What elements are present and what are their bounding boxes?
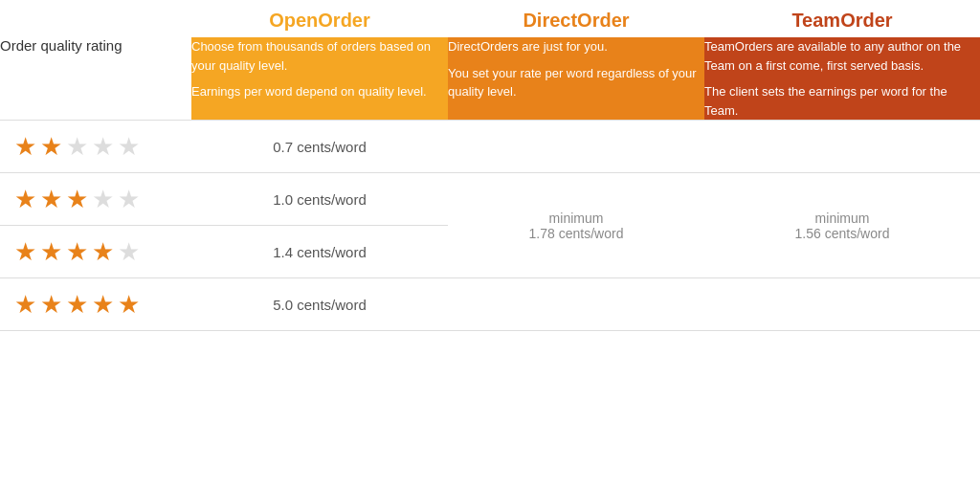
team-order-title: TeamOrder <box>791 10 892 31</box>
team-rate-5stars <box>704 278 980 331</box>
team-order-header: TeamOrder <box>704 0 980 37</box>
open-rate-2stars: 0.7 cents/word <box>191 121 448 173</box>
star-filled-4: ★ <box>92 239 114 264</box>
star-empty-4: ★ <box>92 134 114 159</box>
team-minimum-value: 1.56 cents/word <box>714 226 970 241</box>
open-order-title: OpenOrder <box>269 10 370 31</box>
description-row: Order quality rating Choose from thousan… <box>0 37 980 121</box>
star-filled-1: ★ <box>14 134 36 159</box>
star-empty-3: ★ <box>66 134 88 159</box>
stars-3: ★ ★ ★ ★ ★ <box>0 173 191 226</box>
direct-minimum-value: 1.78 cents/word <box>457 226 695 241</box>
star-filled-1: ★ <box>14 239 36 264</box>
open-desc-line-1: Choose from thousands of orders based on… <box>191 37 448 75</box>
star-filled-3: ★ <box>66 239 88 264</box>
star-filled-3: ★ <box>66 187 88 211</box>
open-rate-5stars: 5.0 cents/word <box>191 278 448 331</box>
rating-row-2stars: ★ ★ ★ ★ ★ 0.7 cents/word <box>0 121 980 173</box>
direct-description: DirectOrders are just for you. You set y… <box>448 37 704 121</box>
open-desc-line-2: Earnings per word depend on quality leve… <box>191 82 448 101</box>
star-filled-5: ★ <box>118 292 140 317</box>
star-filled-1: ★ <box>14 187 36 211</box>
star-filled-2: ★ <box>40 187 62 211</box>
star-filled-2: ★ <box>40 239 62 264</box>
stars-2: ★ ★ ★ ★ ★ <box>0 121 191 173</box>
header-title-row: OpenOrder DirectOrder TeamOrder <box>0 0 980 37</box>
team-minimum-label: minimum <box>714 211 970 226</box>
label-header <box>0 0 191 37</box>
team-rate-2stars <box>704 121 980 173</box>
quality-rating-label: Order quality rating <box>0 37 191 121</box>
star-filled-2: ★ <box>40 134 62 159</box>
open-order-header: OpenOrder <box>191 0 448 37</box>
direct-rate-2stars <box>448 121 704 173</box>
team-description: TeamOrders are available to any author o… <box>704 37 980 121</box>
star-filled-4: ★ <box>92 292 114 317</box>
direct-desc-line-1: DirectOrders are just for you. <box>448 37 704 56</box>
direct-rate-5stars <box>448 278 704 331</box>
star-empty-5: ★ <box>118 239 140 264</box>
rating-row-5stars: ★ ★ ★ ★ ★ 5.0 cents/word <box>0 278 980 331</box>
open-description: Choose from thousands of orders based on… <box>191 37 448 121</box>
star-empty-5: ★ <box>118 187 140 211</box>
star-filled-1: ★ <box>14 292 36 317</box>
team-desc-line-1: TeamOrders are available to any author o… <box>704 37 980 75</box>
rating-row-3stars: ★ ★ ★ ★ ★ 1.0 cents/word minimum 1.78 ce… <box>0 173 980 226</box>
open-rate-3stars: 1.0 cents/word <box>191 173 448 226</box>
star-empty-5: ★ <box>118 134 140 159</box>
stars-5: ★ ★ ★ ★ ★ <box>0 278 191 331</box>
team-desc-line-2: The client sets the earnings per word fo… <box>704 82 980 120</box>
quality-rating-text: Order quality rating <box>0 37 122 54</box>
star-empty-4: ★ <box>92 187 114 211</box>
direct-order-header: DirectOrder <box>448 0 704 37</box>
comparison-table: OpenOrder DirectOrder TeamOrder Order qu… <box>0 0 980 331</box>
team-minimum-cell: minimum 1.56 cents/word <box>704 173 980 278</box>
star-filled-2: ★ <box>40 292 62 317</box>
open-rate-4stars: 1.4 cents/word <box>191 226 448 278</box>
direct-minimum-cell: minimum 1.78 cents/word <box>448 173 704 278</box>
direct-minimum-label: minimum <box>457 211 695 226</box>
direct-desc-line-2: You set your rate per word regardless of… <box>448 64 704 101</box>
star-filled-3: ★ <box>66 292 88 317</box>
stars-4: ★ ★ ★ ★ ★ <box>0 226 191 278</box>
direct-order-title: DirectOrder <box>523 10 629 31</box>
